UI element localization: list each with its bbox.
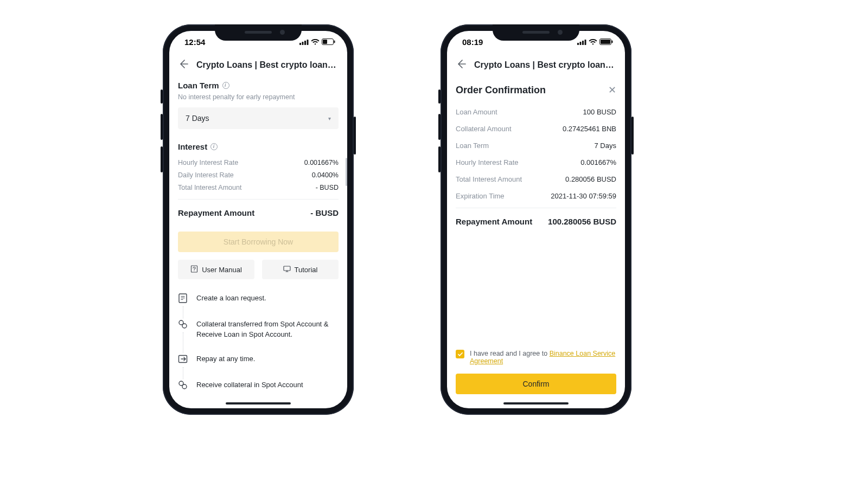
modal-title: Order Confirmation [456, 85, 546, 96]
repayment-label: Repayment Amount [178, 208, 254, 217]
hourly-rate-value: 0.001667% [580, 158, 616, 166]
repayment-label: Repayment Amount [456, 217, 532, 226]
transfer-icon [178, 319, 188, 340]
back-icon[interactable] [178, 59, 189, 72]
scrollbar[interactable] [346, 158, 347, 186]
chevron-down-icon: ▾ [328, 115, 331, 121]
status-time: 12:54 [184, 37, 205, 47]
battery-icon [322, 37, 335, 47]
user-manual-button[interactable]: User Manual [178, 260, 254, 279]
expiration-time-value: 2021-11-30 07:59:59 [551, 192, 616, 200]
collateral-amount-value: 0.27425461 BNB [563, 125, 616, 133]
loan-term-select[interactable]: 7 Days ▾ [178, 107, 339, 129]
hourly-rate-label: Hourly Interest Rate [178, 159, 238, 166]
status-time: 08:19 [462, 37, 483, 47]
phone-frame-right: 08:19 Crypto Loans | Best crypto loans p… [441, 24, 631, 415]
svg-rect-1 [302, 42, 304, 45]
phone-frame-left: 12:54 Crypto Loans | Best crypto loans p… [163, 24, 354, 415]
battery-icon [599, 37, 613, 47]
daily-rate-label: Daily Interest Rate [178, 171, 234, 179]
svg-rect-17 [582, 41, 584, 45]
status-bar: 08:19 [447, 31, 625, 53]
loan-term-value: 7 Days [595, 142, 616, 150]
confirm-button[interactable]: Confirm [456, 374, 616, 394]
svg-rect-3 [307, 40, 309, 45]
loan-amount-value: 100 BUSD [583, 108, 616, 116]
collateral-amount-label: Collateral Amount [456, 125, 512, 133]
svg-rect-6 [334, 40, 335, 43]
interest-title: Interest [178, 142, 339, 151]
daily-rate-value: 0.0400% [312, 171, 339, 179]
total-interest-value: 0.280056 BUSD [565, 175, 616, 183]
signal-icon [577, 37, 586, 47]
tutorial-button[interactable]: Tutorial [262, 260, 339, 279]
page-header: Crypto Loans | Best crypto loans plat... [169, 53, 347, 78]
page-title: Crypto Loans | Best crypto loans plat... [474, 60, 616, 70]
page-header: Crypto Loans | Best crypto loans plat... [447, 53, 625, 78]
total-interest-label: Total Interest Amount [178, 184, 241, 191]
status-bar: 12:54 [169, 31, 347, 53]
receive-icon [178, 380, 188, 392]
expiration-time-label: Expiration Time [456, 192, 505, 200]
loan-term-label: Loan Term [456, 142, 489, 150]
hourly-rate-label: Hourly Interest Rate [456, 158, 519, 166]
hourly-rate-value: 0.001667% [304, 159, 339, 166]
tutorial-icon [283, 265, 291, 274]
home-indicator[interactable] [503, 402, 569, 405]
steps-list: Create a loan request. Collateral transf… [178, 293, 339, 392]
svg-rect-15 [577, 43, 579, 45]
svg-point-14 [182, 384, 187, 389]
svg-rect-20 [601, 40, 610, 44]
info-icon[interactable] [222, 82, 229, 89]
svg-rect-0 [299, 43, 301, 45]
receipt-icon [178, 293, 188, 305]
agree-checkbox[interactable] [456, 350, 464, 358]
loan-term-title: Loan Term [178, 81, 339, 90]
wifi-icon [589, 37, 597, 47]
svg-rect-16 [580, 42, 582, 45]
back-icon[interactable] [456, 59, 467, 72]
agree-text: I have read and I agree to Binance Loan … [470, 350, 616, 365]
svg-point-11 [182, 324, 187, 328]
loan-amount-label: Loan Amount [456, 108, 497, 116]
step-text: Repay at any time. [196, 354, 255, 366]
manual-icon [190, 265, 198, 274]
close-icon[interactable]: ✕ [608, 84, 616, 96]
svg-rect-2 [304, 41, 306, 45]
step-text: Collateral transferred from Spot Account… [196, 319, 339, 340]
signal-icon [299, 37, 309, 47]
step-text: Receive collateral in Spot Account [196, 380, 303, 392]
svg-rect-8 [284, 266, 290, 271]
svg-rect-18 [585, 40, 586, 45]
home-indicator[interactable] [226, 402, 291, 405]
step-text: Create a loan request. [196, 293, 266, 305]
total-interest-value: - BUSD [316, 184, 339, 191]
loan-term-subtitle: No interest penalty for early repayment [178, 93, 339, 101]
start-borrowing-button[interactable]: Start Borrowing Now [178, 232, 339, 252]
page-title: Crypto Loans | Best crypto loans plat... [196, 60, 339, 70]
svg-rect-5 [323, 40, 327, 44]
wifi-icon [311, 37, 320, 47]
repay-icon [178, 354, 188, 366]
total-interest-label: Total Interest Amount [456, 175, 522, 183]
info-icon[interactable] [210, 143, 218, 150]
svg-rect-21 [612, 40, 613, 43]
repayment-value: 100.280056 BUSD [548, 217, 616, 226]
repayment-value: - BUSD [310, 208, 339, 217]
loan-term-value: 7 Days [186, 114, 209, 123]
